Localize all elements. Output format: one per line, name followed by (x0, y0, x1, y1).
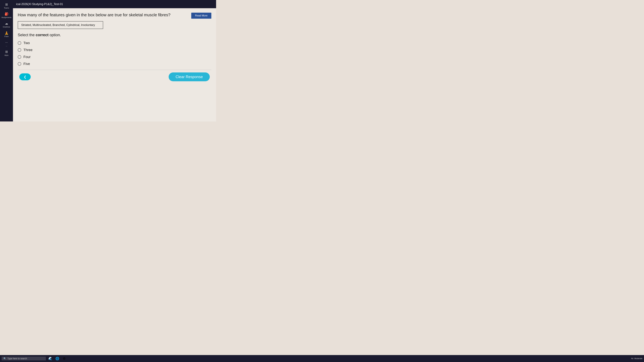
select-prompt: Select the correct option. (18, 33, 211, 37)
itutor-icon: 🧘 (4, 31, 8, 35)
read-more-button[interactable]: Read More (191, 13, 211, 19)
sidebar-item-assignments[interactable]: 🎒 Assignments (0, 11, 13, 20)
select-prompt-suffix: option. (48, 33, 61, 37)
option-four-label: Four (24, 55, 30, 59)
features-box: Striated, Multinucleated, Branched, Cyli… (18, 21, 103, 29)
option-two[interactable]: Two (18, 41, 211, 45)
clear-response-button[interactable]: Clear Response (169, 72, 210, 81)
option-three[interactable]: Three (18, 48, 211, 52)
content-area: How many of the features given in the bo… (13, 8, 216, 122)
assignments-icon: 🎒 (4, 12, 8, 16)
select-prompt-prefix: Select the (18, 33, 36, 37)
option-two-label: Two (24, 41, 30, 45)
back-icon: ❮ (24, 75, 26, 79)
question-header: How many of the features given in the bo… (18, 12, 211, 19)
radio-five[interactable] (18, 62, 21, 66)
sidebar-item-teams[interactable]: ⊞ Teams (0, 1, 13, 10)
sidebar-item-label: Assignments (2, 16, 12, 18)
option-five-label: Five (24, 62, 30, 66)
sidebar-item-label: iTutor (4, 36, 9, 37)
sidebar-item-onedrive[interactable]: ☁ OneDrive (0, 20, 13, 29)
bottom-bar: ❮ Clear Response (18, 72, 211, 81)
back-button[interactable]: ❮ (19, 74, 31, 80)
radio-two[interactable] (18, 41, 21, 45)
sidebar-item-label: ... (6, 45, 7, 47)
radio-three[interactable] (18, 48, 21, 52)
apps-icon: ⊞ (5, 50, 8, 54)
sidebar-item-label: Teams (4, 7, 9, 9)
sidebar: ⊞ Teams 🎒 Assignments ☁ OneDrive 🧘 iTuto… (0, 0, 13, 122)
main-content: ical-2026(XI Studying-P1&2)_Test-01 How … (13, 0, 216, 122)
radio-four[interactable] (18, 55, 21, 59)
option-three-label: Three (24, 48, 32, 52)
options-list: Two Three Four Five (18, 41, 211, 66)
onedrive-icon: ☁ (5, 22, 8, 25)
sidebar-item-more[interactable]: ··· ... (0, 39, 13, 48)
question-text: How many of the features given in the bo… (18, 12, 188, 18)
top-bar: ical-2026(XI Studying-P1&2)_Test-01 (13, 0, 216, 8)
sidebar-item-itutor[interactable]: 🧘 iTutor (0, 30, 13, 38)
sidebar-item-apps[interactable]: ⊞ Apps (0, 48, 13, 58)
sidebar-item-label: Apps (4, 54, 8, 56)
divider (18, 70, 211, 70)
teams-icon: ⊞ (5, 2, 8, 6)
sidebar-item-label: OneDrive (3, 26, 10, 28)
more-icon: ··· (5, 40, 8, 44)
page-title: ical-2026(XI Studying-P1&2)_Test-01 (16, 2, 63, 6)
option-four[interactable]: Four (18, 55, 211, 59)
select-prompt-bold: correct (36, 33, 48, 37)
option-five[interactable]: Five (18, 62, 211, 66)
